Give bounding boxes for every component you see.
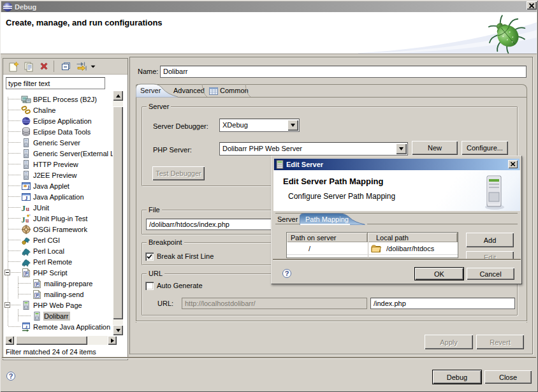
scroll-right-button[interactable] <box>108 336 117 345</box>
dialog-tab-server[interactable]: Server <box>277 215 298 223</box>
apply-button[interactable]: Apply <box>425 335 473 349</box>
tree-item[interactable]: HTTP Preview <box>21 159 80 170</box>
junit-plugin-icon: Ju <box>21 214 31 224</box>
debug-button[interactable]: Debug <box>433 370 481 384</box>
tree-item[interactable]: Generic Server(External La <box>21 148 113 159</box>
scroll-up-button[interactable] <box>113 91 123 101</box>
new-configuration-icon[interactable] <box>6 59 21 73</box>
server-small-icon <box>276 160 284 169</box>
add-mapping-button[interactable]: Add <box>466 233 514 247</box>
tab-advanced[interactable]: Advanced <box>173 87 205 94</box>
svg-text:J: J <box>22 215 25 224</box>
delete-icon[interactable] <box>36 59 52 73</box>
tree-item[interactable]: Perl Local <box>21 245 66 256</box>
revert-button[interactable]: Revert <box>476 335 524 349</box>
tree-item[interactable]: Eclipse Application <box>21 115 93 126</box>
tab-server[interactable]: Server <box>140 87 161 94</box>
tree-item[interactable]: Perl Remote <box>21 256 73 267</box>
tree-expander-minus[interactable] <box>4 302 10 308</box>
duplicate-icon[interactable] <box>21 59 36 73</box>
tree-item[interactable]: OSGi Framework <box>21 224 89 235</box>
svg-text:u: u <box>25 217 29 223</box>
cell-local-path[interactable]: /dolibarr/htdocs <box>386 245 434 252</box>
window-close-button[interactable] <box>527 1 537 10</box>
auto-generate-checkbox[interactable] <box>145 282 154 290</box>
server-tower-icon <box>21 159 31 170</box>
column-local-path[interactable]: Local path <box>368 233 458 242</box>
test-debugger-button[interactable]: Test Debugger <box>152 166 205 180</box>
scroll-left-button[interactable] <box>5 336 14 345</box>
bpel-process-icon <box>21 94 31 105</box>
tab-common[interactable]: Common <box>220 87 249 94</box>
filter-input[interactable]: type filter text <box>6 77 105 89</box>
menu-dropdown-icon[interactable] <box>89 59 97 73</box>
php-script-icon: P <box>21 268 31 278</box>
configure-server-button[interactable]: Configure... <box>462 141 508 155</box>
dialog-help-button[interactable]: ? <box>282 269 291 278</box>
filter-icon[interactable] <box>74 59 89 73</box>
tree-item[interactable]: JuJUnit Plug-in Test <box>21 213 89 224</box>
tab-row-baseline <box>177 97 527 98</box>
ok-button[interactable]: OK <box>415 268 463 280</box>
name-label: Name: <box>138 68 158 75</box>
tree-item[interactable]: JuJUnit <box>21 202 50 213</box>
tree-item[interactable]: Perl CGI <box>21 235 61 245</box>
tree-guide-line <box>8 120 20 121</box>
php-server-combo[interactable]: Dolibarr PHP Web Server <box>219 142 408 156</box>
debug-beetle-icon <box>481 12 535 54</box>
server-tower-icon <box>21 138 31 148</box>
break-first-line-checkbox[interactable] <box>145 252 154 261</box>
tree-item-label: Remote Java Application <box>33 323 112 331</box>
collapse-all-icon[interactable] <box>58 59 73 73</box>
path-mapping-table: Path on serverLocal path//dolibarr/htdoc… <box>286 232 458 258</box>
debug-dialog-window: Debug Create, manage, and run configurat… <box>0 0 538 392</box>
server-debugger-combo-arrow[interactable] <box>287 120 298 131</box>
tree-item[interactable]: JJava Applet <box>21 180 71 191</box>
tree-guide-line <box>8 326 20 327</box>
tree-item[interactable]: BPEL Process (B2J) <box>21 94 98 105</box>
tree-item[interactable]: PHP Web Page <box>21 300 84 310</box>
close-button[interactable]: Close <box>484 370 532 384</box>
tree-item[interactable]: J2EE Preview <box>21 170 78 180</box>
tree-item[interactable]: Generic Server <box>21 137 82 148</box>
tree-item[interactable]: JRemote Java Application <box>21 321 112 332</box>
tree-vertical-thumb[interactable] <box>113 106 123 319</box>
tree-item-label: PHP Script <box>33 268 69 277</box>
dialog-tab-baseline <box>367 224 518 224</box>
new-server-button[interactable]: New <box>412 141 458 155</box>
tree-item[interactable]: PPHP Script <box>21 267 69 278</box>
cell-path-on-server[interactable]: / <box>309 245 310 252</box>
php-web-page-icon <box>32 311 42 321</box>
tree-expander-minus[interactable] <box>4 270 10 275</box>
tree-item[interactable]: Dolibarr <box>32 310 70 321</box>
footer-separator <box>2 357 536 358</box>
scroll-down-button[interactable] <box>113 325 123 335</box>
osgi-framework-icon <box>21 224 31 235</box>
tree-horizontal-thumb[interactable] <box>16 336 87 345</box>
java-applet-icon: J <box>21 181 31 191</box>
edit-server-titlebar[interactable]: Edit Server <box>274 159 520 170</box>
svg-text:J: J <box>22 203 26 212</box>
tree-item[interactable]: Pmailing-prepare <box>32 278 94 289</box>
dialog-tab-path-mapping[interactable]: Path Mapping <box>305 215 349 223</box>
tree-item[interactable]: Eclipse Data Tools <box>21 126 92 137</box>
tree-guide-line <box>8 240 20 240</box>
tree-item[interactable]: Pmailing-send <box>32 289 85 300</box>
dialog-heading: Edit Server Path Mapping <box>283 177 383 186</box>
column-path-on-server[interactable]: Path on server <box>287 233 368 242</box>
eclipse-logo-icon <box>3 2 13 12</box>
php-server-combo-arrow[interactable] <box>396 143 407 154</box>
help-button[interactable]: ? <box>6 372 15 381</box>
tree-guide-line <box>8 185 20 186</box>
cancel-button[interactable]: Cancel <box>467 268 514 280</box>
url-path-input[interactable]: /index.php <box>370 298 515 309</box>
window-titlebar[interactable]: Debug <box>1 1 537 12</box>
server-tower-icon <box>21 170 31 180</box>
tree-item[interactable]: Chaîne <box>21 105 57 115</box>
name-input[interactable]: Dolibarr <box>160 66 527 78</box>
tree-guide-line <box>8 110 20 110</box>
tree-item[interactable]: JJava Application <box>21 191 85 202</box>
edit-server-close-button[interactable] <box>508 160 518 168</box>
tree-item-label: Chaîne <box>33 106 57 115</box>
java-application-icon: J <box>21 192 31 202</box>
